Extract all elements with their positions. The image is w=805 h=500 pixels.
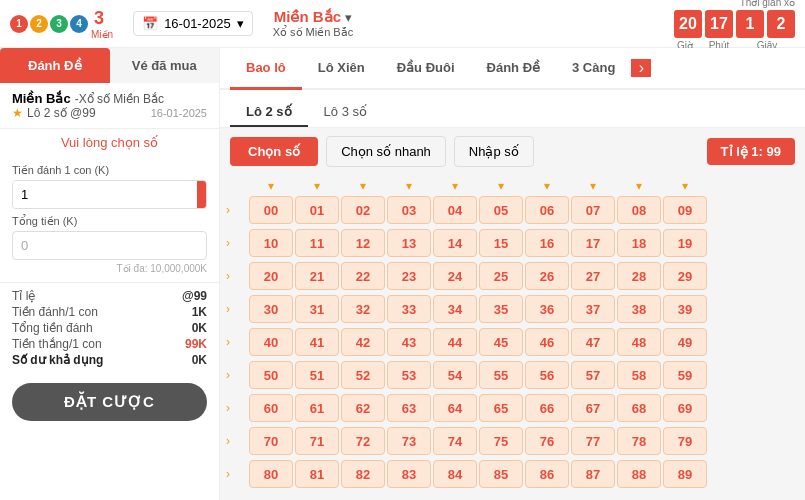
- num-cell-57[interactable]: 57: [571, 361, 615, 389]
- num-cell-04[interactable]: 04: [433, 196, 477, 224]
- row-arrow-2[interactable]: ›: [226, 269, 248, 283]
- num-cell-88[interactable]: 88: [617, 460, 661, 488]
- chevron-col-6[interactable]: ▾: [524, 179, 570, 193]
- num-cell-71[interactable]: 71: [295, 427, 339, 455]
- num-cell-10[interactable]: 10: [249, 229, 293, 257]
- num-cell-68[interactable]: 68: [617, 394, 661, 422]
- row-arrow-8[interactable]: ›: [226, 467, 248, 481]
- btn-chon-nhanh[interactable]: Chọn số nhanh: [326, 136, 446, 167]
- chevron-col-1[interactable]: ▾: [294, 179, 340, 193]
- tab-danh-de[interactable]: Đánh Đề: [471, 48, 557, 90]
- num-cell-36[interactable]: 36: [525, 295, 569, 323]
- num-cell-20[interactable]: 20: [249, 262, 293, 290]
- num-cell-77[interactable]: 77: [571, 427, 615, 455]
- row-arrow-3[interactable]: ›: [226, 302, 248, 316]
- chevron-col-9[interactable]: ▾: [662, 179, 708, 193]
- num-cell-66[interactable]: 66: [525, 394, 569, 422]
- num-cell-33[interactable]: 33: [387, 295, 431, 323]
- num-cell-61[interactable]: 61: [295, 394, 339, 422]
- num-cell-15[interactable]: 15: [479, 229, 523, 257]
- btn-nhap-so[interactable]: Nhập số: [454, 136, 534, 167]
- num-cell-59[interactable]: 59: [663, 361, 707, 389]
- num-cell-05[interactable]: 05: [479, 196, 523, 224]
- row-arrow-5[interactable]: ›: [226, 368, 248, 382]
- num-cell-01[interactable]: 01: [295, 196, 339, 224]
- num-cell-86[interactable]: 86: [525, 460, 569, 488]
- num-cell-12[interactable]: 12: [341, 229, 385, 257]
- num-cell-87[interactable]: 87: [571, 460, 615, 488]
- chevron-down-icon-region[interactable]: ▾: [345, 10, 352, 25]
- tab-lo-xien[interactable]: Lô Xiên: [302, 48, 381, 90]
- num-cell-40[interactable]: 40: [249, 328, 293, 356]
- num-cell-18[interactable]: 18: [617, 229, 661, 257]
- num-cell-51[interactable]: 51: [295, 361, 339, 389]
- tab-danh-de[interactable]: Đánh Đề: [0, 48, 110, 83]
- num-cell-72[interactable]: 72: [341, 427, 385, 455]
- row-arrow-1[interactable]: ›: [226, 236, 248, 250]
- num-cell-21[interactable]: 21: [295, 262, 339, 290]
- num-cell-80[interactable]: 80: [249, 460, 293, 488]
- chevron-col-8[interactable]: ▾: [616, 179, 662, 193]
- num-cell-11[interactable]: 11: [295, 229, 339, 257]
- num-cell-85[interactable]: 85: [479, 460, 523, 488]
- num-cell-13[interactable]: 13: [387, 229, 431, 257]
- num-cell-84[interactable]: 84: [433, 460, 477, 488]
- num-cell-30[interactable]: 30: [249, 295, 293, 323]
- num-cell-48[interactable]: 48: [617, 328, 661, 356]
- num-cell-50[interactable]: 50: [249, 361, 293, 389]
- num-cell-83[interactable]: 83: [387, 460, 431, 488]
- num-cell-26[interactable]: 26: [525, 262, 569, 290]
- num-cell-76[interactable]: 76: [525, 427, 569, 455]
- num-cell-29[interactable]: 29: [663, 262, 707, 290]
- dat-cuoc-button[interactable]: ĐẶT CƯỢC: [12, 383, 207, 421]
- num-cell-73[interactable]: 73: [387, 427, 431, 455]
- num-cell-25[interactable]: 25: [479, 262, 523, 290]
- num-cell-19[interactable]: 19: [663, 229, 707, 257]
- num-cell-44[interactable]: 44: [433, 328, 477, 356]
- num-cell-60[interactable]: 60: [249, 394, 293, 422]
- chevron-col-7[interactable]: ▾: [570, 179, 616, 193]
- num-cell-23[interactable]: 23: [387, 262, 431, 290]
- num-cell-38[interactable]: 38: [617, 295, 661, 323]
- num-cell-28[interactable]: 28: [617, 262, 661, 290]
- num-cell-46[interactable]: 46: [525, 328, 569, 356]
- chevron-col-2[interactable]: ▾: [340, 179, 386, 193]
- tab-dau-duoi[interactable]: Đầu Đuôi: [381, 48, 471, 90]
- num-cell-17[interactable]: 17: [571, 229, 615, 257]
- num-cell-39[interactable]: 39: [663, 295, 707, 323]
- num-cell-24[interactable]: 24: [433, 262, 477, 290]
- num-cell-55[interactable]: 55: [479, 361, 523, 389]
- chevron-col-3[interactable]: ▾: [386, 179, 432, 193]
- chevron-col-4[interactable]: ▾: [432, 179, 478, 193]
- num-cell-49[interactable]: 49: [663, 328, 707, 356]
- tab-ve-da-mua[interactable]: Vé đã mua: [110, 48, 220, 83]
- tabs-arrow-right[interactable]: ›: [631, 59, 651, 77]
- num-cell-09[interactable]: 09: [663, 196, 707, 224]
- num-cell-63[interactable]: 63: [387, 394, 431, 422]
- num-cell-34[interactable]: 34: [433, 295, 477, 323]
- num-cell-75[interactable]: 75: [479, 427, 523, 455]
- num-cell-74[interactable]: 74: [433, 427, 477, 455]
- num-cell-41[interactable]: 41: [295, 328, 339, 356]
- chevron-col-5[interactable]: ▾: [478, 179, 524, 193]
- row-arrow-6[interactable]: ›: [226, 401, 248, 415]
- num-cell-52[interactable]: 52: [341, 361, 385, 389]
- clear-button[interactable]: ✕: [197, 181, 207, 208]
- sub-tab-lo2so[interactable]: Lô 2 số: [230, 98, 308, 127]
- num-cell-65[interactable]: 65: [479, 394, 523, 422]
- num-cell-42[interactable]: 42: [341, 328, 385, 356]
- num-cell-43[interactable]: 43: [387, 328, 431, 356]
- num-cell-37[interactable]: 37: [571, 295, 615, 323]
- num-cell-32[interactable]: 32: [341, 295, 385, 323]
- num-cell-03[interactable]: 03: [387, 196, 431, 224]
- num-cell-79[interactable]: 79: [663, 427, 707, 455]
- num-cell-81[interactable]: 81: [295, 460, 339, 488]
- num-cell-78[interactable]: 78: [617, 427, 661, 455]
- num-cell-54[interactable]: 54: [433, 361, 477, 389]
- btn-chon-so[interactable]: Chọn số: [230, 137, 318, 166]
- sub-tab-lo3so[interactable]: Lô 3 số: [308, 98, 383, 127]
- tab-3-cang[interactable]: 3 Càng: [556, 48, 631, 90]
- row-arrow-4[interactable]: ›: [226, 335, 248, 349]
- num-cell-64[interactable]: 64: [433, 394, 477, 422]
- num-cell-53[interactable]: 53: [387, 361, 431, 389]
